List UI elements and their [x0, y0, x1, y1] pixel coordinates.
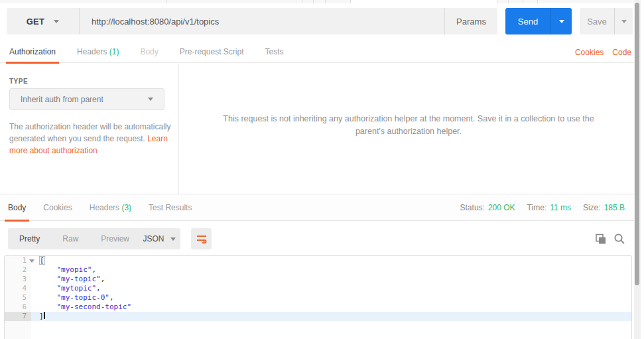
tab-strip-divider	[325, 0, 326, 3]
code-text: "my-topic",	[31, 275, 631, 284]
tab-response-headers[interactable]: Headers (3)	[90, 194, 131, 221]
code-line[interactable]: 2 "myopic",	[5, 265, 631, 275]
json-string: "my-second-topic"	[39, 303, 131, 311]
text-cursor	[44, 312, 45, 319]
tab-strip-divider	[537, 0, 538, 3]
auth-type-label: TYPE	[9, 78, 28, 85]
save-button[interactable]: Save	[580, 8, 614, 34]
size-label: Size:	[583, 203, 601, 212]
response-format-select[interactable]: JSON	[138, 228, 180, 249]
authorization-panel: TYPE Inherit auth from parent The author…	[0, 64, 179, 194]
app-tab-strip[interactable]	[0, 0, 634, 3]
gutter-column	[5, 321, 31, 339]
json-string: "mytopic"	[39, 284, 96, 293]
wrap-text-icon	[196, 234, 207, 243]
line-number: 7	[5, 312, 31, 321]
line-number: 3	[5, 275, 31, 284]
code-text: "my-second-topic"	[31, 303, 631, 312]
tab-body[interactable]: Body	[140, 41, 158, 63]
copy-response-button[interactable]	[595, 234, 607, 245]
tab-authorization[interactable]: Authorization	[9, 41, 56, 63]
line-number: 2	[5, 265, 31, 275]
code-text: "mytopic",	[31, 284, 631, 293]
method-dropdown[interactable]: GET	[7, 8, 80, 34]
tab-strip-divider	[313, 0, 314, 3]
code-line[interactable]: 1 [	[5, 256, 631, 265]
line-number: 1	[5, 256, 31, 265]
tab-strip-divider	[523, 0, 523, 3]
code-text: [	[31, 256, 631, 265]
response-headers-count-badge: (3)	[121, 203, 131, 212]
tab-headers-label: Headers	[77, 47, 107, 56]
code-text: ]	[31, 312, 631, 321]
send-button-group: Send	[505, 8, 572, 34]
tab-prerequest-script[interactable]: Pre-request Script	[180, 41, 244, 63]
json-punctuation: ,	[92, 265, 96, 274]
scrollbar-thumb[interactable]	[635, 3, 639, 285]
headers-count-badge: (1)	[109, 47, 119, 56]
method-label: GET	[27, 17, 45, 27]
code-line[interactable]: 3 "my-topic",	[5, 275, 631, 284]
auth-type-select[interactable]: Inherit auth from parent	[9, 88, 164, 110]
line-number: 4	[5, 284, 31, 293]
save-button-group: Save	[580, 8, 633, 34]
tab-strip-divider	[508, 0, 509, 3]
tab-tests[interactable]: Tests	[265, 41, 283, 63]
chevron-down-icon	[559, 20, 564, 23]
postman-window: GET Params Send Save Authorization Heade…	[0, 0, 644, 339]
view-raw-button[interactable]: Raw	[51, 228, 90, 249]
response-meta: Status: 200 OK Time: 11 ms Size: 185 B	[460, 194, 625, 221]
code-line[interactable]: 5 "my-topic-0",	[5, 293, 631, 303]
url-input[interactable]	[80, 8, 444, 34]
auth-description: The authorization header will be automat…	[9, 121, 174, 157]
save-options-button[interactable]	[614, 8, 633, 34]
status-label: Status:	[460, 203, 485, 212]
response-format-value: JSON	[143, 234, 164, 243]
send-options-button[interactable]	[550, 8, 572, 34]
auth-helper-message: This request is not inheriting any autho…	[220, 113, 598, 138]
response-body-editor[interactable]: 1 [ 2 "myopic", 3 "my-topic", 4 "mytopic…	[4, 255, 632, 339]
tab-response-body[interactable]: Body	[8, 194, 26, 221]
time-label: Time:	[527, 203, 547, 212]
fold-caret-icon[interactable]	[29, 259, 34, 263]
view-preview-button[interactable]: Preview	[90, 228, 141, 249]
line-number: 6	[5, 303, 31, 312]
response-view-switch: Pretty Raw Preview	[8, 228, 141, 249]
auth-type-value: Inherit auth from parent	[21, 95, 103, 104]
cookies-link[interactable]: Cookies	[575, 48, 604, 57]
status-indicator: Status: 200 OK	[460, 203, 515, 212]
chevron-down-icon	[148, 98, 153, 101]
code-line[interactable]: 6 "my-second-topic"	[5, 303, 631, 312]
line-number: 5	[5, 293, 31, 303]
chevron-down-icon	[621, 20, 627, 23]
status-value: 200 OK	[488, 203, 515, 212]
page-scrollbar[interactable]	[634, 0, 641, 339]
time-value: 11 ms	[550, 203, 571, 212]
wrap-text-button[interactable]	[191, 228, 212, 249]
search-response-button[interactable]	[613, 233, 625, 245]
code-text: "myopic",	[31, 265, 631, 275]
json-punctuation: ,	[96, 284, 101, 293]
tab-strip-divider	[166, 0, 166, 3]
tab-headers[interactable]: Headers (1)	[77, 41, 119, 63]
tab-test-results[interactable]: Test Results	[149, 194, 192, 221]
editor-empty-area[interactable]	[5, 321, 631, 339]
search-icon	[613, 233, 625, 245]
copy-icon	[595, 234, 607, 245]
request-corner-links: Cookies Code	[575, 41, 631, 63]
params-button[interactable]: Params	[444, 8, 497, 34]
auth-description-text: The authorization header will be automat…	[9, 122, 170, 143]
view-pretty-button[interactable]: Pretty	[8, 228, 51, 249]
code-text: "my-topic-0",	[31, 293, 631, 303]
request-tab-bar: Authorization Headers (1) Body Pre-reque…	[0, 41, 634, 63]
json-punctuation: ]	[39, 312, 44, 320]
matched-bracket: [	[39, 256, 45, 265]
code-link[interactable]: Code	[612, 48, 631, 57]
code-line[interactable]: 4 "mytopic",	[5, 284, 631, 293]
json-punctuation: ,	[109, 293, 114, 302]
json-string: "my-topic"	[39, 275, 101, 283]
send-button[interactable]: Send	[505, 8, 550, 34]
tab-response-cookies[interactable]: Cookies	[43, 194, 72, 221]
active-request-tab[interactable]	[350, 0, 497, 3]
code-line-active[interactable]: 7 ]	[5, 312, 631, 321]
